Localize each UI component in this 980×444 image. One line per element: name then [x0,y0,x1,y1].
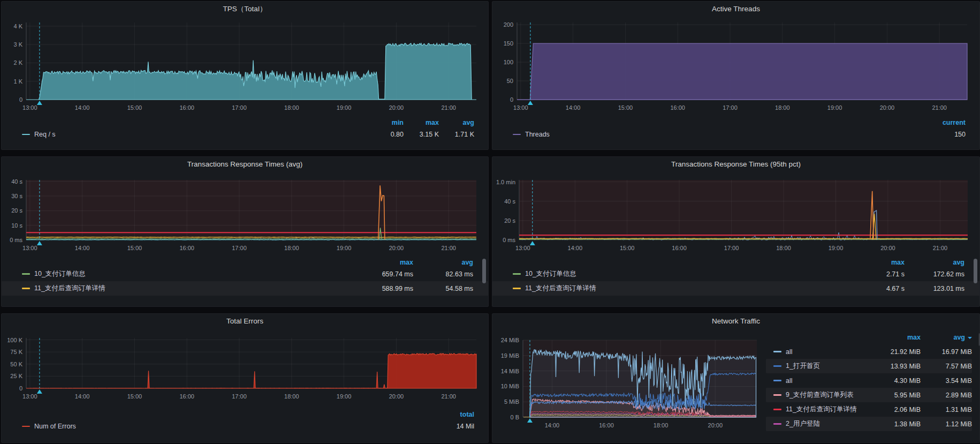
sort-max-header[interactable]: max [869,333,921,342]
x-axis-label: 15:00 [618,104,633,111]
series-color-dash [22,273,30,275]
series-label[interactable]: 2_用户登陆 [786,419,820,428]
y-axis-label: 10 MiB [501,383,519,389]
legend-values: 588.99 ms 54.58 ms [353,285,473,292]
legend-values: 150 [930,131,966,138]
series-label[interactable]: 1_打开首页 [786,362,820,371]
response-95pct-chart[interactable]: 13:0014:0015:0016:0017:0018:0019:0020:00… [492,170,980,256]
max-value: 13.93 MiB [869,363,921,370]
avg-value: 3.54 MiB [921,377,972,385]
series-label[interactable]: 11_支付后查询订单详情 [525,284,596,293]
sort-avg-header[interactable]: avg [413,258,473,267]
y-axis-label: 5 MiB [504,398,519,405]
legend-values: 1.38 MiB 1.12 MiB [869,420,972,428]
annotation-marker[interactable] [37,241,42,245]
x-axis-label: 16:00 [179,245,194,251]
total-errors-chart[interactable]: 13:0014:0015:0016:0017:0018:0019:0020:00… [2,327,489,409]
panel-response-95pct: Transactions Response Times (95th pct) 1… [492,156,980,307]
sort-avg-header[interactable]: avg [905,258,964,267]
x-axis-label: 14:00 [545,422,560,428]
max-value: 1.38 MiB [869,420,921,428]
x-axis-label: 13:00 [22,245,37,251]
y-axis-label: 25 K [10,373,22,379]
series-color-dash [773,409,781,410]
series-label[interactable]: all [786,348,793,356]
sort-max-header[interactable]: max [404,118,439,127]
series-label[interactable]: 11_支付后查询订单详情 [786,405,856,414]
response-avg-chart[interactable]: 13:0014:0015:0016:0017:0018:0019:0020:00… [2,170,489,256]
series-label[interactable]: 10_支付订单信息 [525,269,576,279]
avg-value: 2.89 MiB [921,392,972,399]
x-axis-label: 20:00 [880,245,895,251]
panel-title-response-95pct[interactable]: Transactions Response Times (95th pct) [492,157,979,170]
x-axis-label: 13:00 [515,245,530,251]
sort-avg-header[interactable]: avg [439,118,474,127]
annotation-marker[interactable] [37,389,42,394]
legend-scrollbar[interactable] [482,259,486,283]
tps-chart[interactable]: 13:0014:0015:0016:0017:0018:0019:0020:00… [2,15,489,117]
x-axis-label: 19:00 [827,104,842,111]
y-axis-label: 150 [504,40,513,47]
x-axis-label: 17:00 [232,104,247,111]
y-axis-label: 1.0 min [496,179,515,185]
avg-value: 172.62 ms [905,270,964,278]
panel-title-response-avg[interactable]: Transactions Response Times (avg) [2,157,488,170]
response-avg-legend-headers: max avg [2,256,488,267]
x-axis-label: 19:00 [829,245,844,251]
y-axis-label: 10 s [11,222,22,229]
sort-total-header[interactable]: total [439,410,474,419]
series-label[interactable]: Threads [525,131,550,138]
sort-avg-header[interactable]: avg [921,333,972,342]
series-label[interactable]: all [786,377,793,385]
annotation-marker[interactable] [527,418,533,423]
sort-max-header[interactable]: max [845,258,905,267]
legend-row: 9_支付前查询订单列表 5.95 MiB 2.89 MiB [766,388,972,402]
series-color-dash [513,288,521,289]
series-label[interactable]: Num of Errors [34,423,76,430]
panel-title-total-errors[interactable]: Total Errors [2,314,488,327]
max-value: 2.71 s [845,270,905,278]
network-chart[interactable]: 14:0016:0018:0020:000 B5 MiB10 MiB14 MiB… [492,332,763,432]
x-axis-label: 15:00 [127,393,142,400]
x-axis-label: 19:00 [337,245,352,251]
y-axis-label: 4 K [13,23,22,29]
panel-response-avg: Transactions Response Times (avg) 13:001… [1,156,489,307]
x-axis-label: 13:00 [22,393,37,400]
legend-values: 0.80 3.15 K 1.71 K [368,131,474,138]
series-label[interactable]: 9_支付前查询订单列表 [786,390,853,400]
x-axis-label: 20:00 [880,104,895,111]
legend-values: 14 Mil [439,423,474,430]
x-axis-label: 18:00 [284,393,299,400]
max-value: 2.06 MiB [869,406,921,413]
series-label[interactable]: Req / s [34,131,56,138]
y-axis-label: 14 MiB [501,368,519,374]
y-axis-label: 75 K [10,349,22,355]
current-value: 150 [930,131,966,138]
sort-current-header[interactable]: current [930,118,966,127]
sort-max-header[interactable]: max [353,258,413,267]
avg-value: 16.97 MiB [921,348,972,356]
x-axis-label: 19:00 [337,104,352,111]
panel-title-network-traffic[interactable]: Network Traffic [492,314,979,327]
y-axis-label: 200 [504,21,513,28]
panel-title-active-threads[interactable]: Active Threads [492,2,979,15]
x-axis-label: 17:00 [232,393,247,400]
avg-value: 82.63 ms [413,270,473,278]
annotation-marker[interactable] [37,101,42,105]
x-axis-label: 13:00 [22,104,37,111]
x-axis-label: 18:00 [284,104,299,111]
plot-background [519,180,968,240]
series-label[interactable]: 11_支付后查询订单详情 [34,284,105,293]
annotation-marker[interactable] [530,241,535,245]
threads-chart[interactable]: 13:0014:0015:0016:0017:0018:0019:0020:00… [492,15,980,117]
max-value: 21.92 MiB [869,348,921,356]
sort-min-header[interactable]: min [368,118,404,127]
legend-scrollbar[interactable] [974,259,977,283]
series-label[interactable]: 10_支付订单信息 [34,269,86,279]
series-Req / s [26,43,476,100]
panel-title-tps[interactable]: TPS（Total） [2,2,488,15]
annotation-marker[interactable] [528,101,533,105]
y-axis-label: 2 K [13,59,22,66]
series-color-dash [513,273,521,275]
x-axis-label: 14:00 [568,245,583,251]
